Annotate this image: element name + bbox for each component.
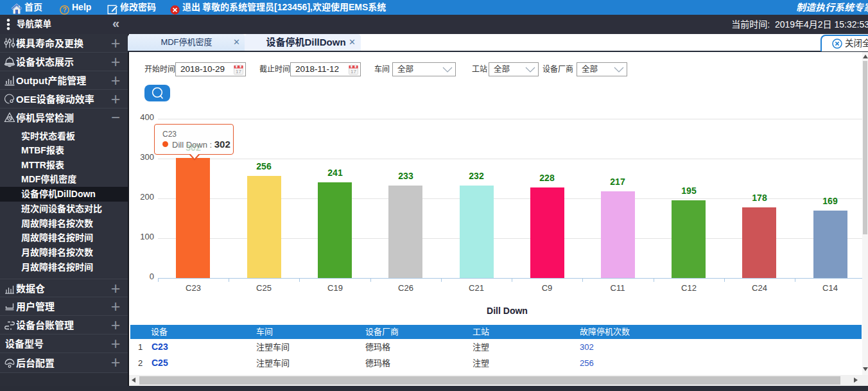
svg-text:?: ? <box>62 6 66 13</box>
svg-text:17: 17 <box>351 69 356 74</box>
svg-text:17: 17 <box>236 69 241 74</box>
